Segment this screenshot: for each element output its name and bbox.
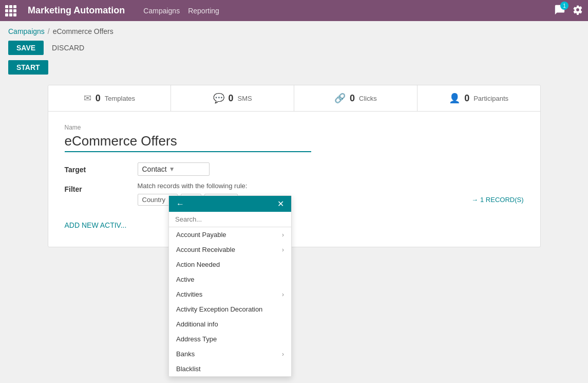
target-row: Target Contact ▼ <box>65 162 524 176</box>
dropdown-item[interactable]: Account Receivable› <box>169 242 291 253</box>
filter-field-text: Country <box>142 196 166 204</box>
participants-count: 0 <box>464 93 469 104</box>
dropdown-list: Account Payable›Account Receivable›Actio… <box>169 227 291 253</box>
dropdown-search-input[interactable] <box>169 212 291 227</box>
nav-reporting[interactable]: Reporting <box>188 7 219 15</box>
sms-count: 0 <box>229 93 234 104</box>
campaign-card: ✉ 0 Templates 💬 0 SMS 🔗 0 Clicks 👤 0 Par… <box>48 85 541 247</box>
add-activity-row: ADD NEW ACTIV... <box>65 216 524 234</box>
app-title: Marketing Automation <box>28 5 125 16</box>
chat-badge: 1 <box>560 2 568 10</box>
filter-record-link[interactable]: → 1 RECORD(S) <box>471 196 524 204</box>
save-button[interactable]: SAVE <box>8 41 44 55</box>
dropdown-submenu-arrow: › <box>282 246 284 253</box>
app-grid-icon[interactable] <box>5 5 16 16</box>
start-button[interactable]: START <box>8 60 48 75</box>
clicks-label: Clicks <box>359 95 377 102</box>
participants-icon: 👤 <box>449 93 460 104</box>
settings-icon <box>573 5 583 15</box>
filter-label: Filter <box>65 182 131 193</box>
target-label: Target <box>65 162 131 174</box>
clicks-icon: 🔗 <box>334 93 346 104</box>
dropdown-list-wrap: Account Payable›Account Receivable›Actio… <box>169 227 291 253</box>
dropdown-submenu-arrow: › <box>282 231 284 239</box>
nav-campaigns[interactable]: Campaigns <box>143 7 180 15</box>
page: Campaigns / eCommerce Offers SAVE DISCAR… <box>0 21 588 253</box>
stats-bar: ✉ 0 Templates 💬 0 SMS 🔗 0 Clicks 👤 0 Par… <box>48 85 540 112</box>
clicks-count: 0 <box>350 93 355 104</box>
templates-icon: ✉ <box>84 93 91 104</box>
sms-label: SMS <box>238 95 252 102</box>
dropdown-header: ← ✕ <box>169 196 291 212</box>
dropdown-close-button[interactable]: ✕ <box>275 199 286 209</box>
stats-tab-clicks[interactable]: 🔗 0 Clicks <box>294 85 418 111</box>
discard-button[interactable]: DISCARD <box>48 41 88 55</box>
filter-record-text: 1 RECORD(S) <box>480 196 524 204</box>
topnav-right: 1 <box>554 4 583 17</box>
stats-tab-participants[interactable]: 👤 0 Participants <box>418 85 540 111</box>
participants-label: Participants <box>473 95 508 102</box>
top-nav: Marketing Automation Campaigns Reporting… <box>0 0 588 21</box>
settings-button[interactable] <box>573 5 583 16</box>
dropdown-item[interactable]: Account Payable› <box>169 227 291 242</box>
name-field-label: Name <box>65 124 524 131</box>
target-dropdown-arrow: ▼ <box>169 166 175 173</box>
templates-label: Templates <box>105 95 135 102</box>
target-value: Contact ▼ <box>138 162 524 176</box>
stats-tab-templates[interactable]: ✉ 0 Templates <box>48 85 172 111</box>
filter-description: Match records with the following rule: <box>138 182 524 190</box>
campaign-name-value[interactable]: eCommerce Offers <box>65 133 311 152</box>
breadcrumb-current: eCommerce Offers <box>53 27 113 35</box>
chat-button[interactable]: 1 <box>554 4 565 17</box>
sms-icon: 💬 <box>213 93 224 104</box>
dropdown-item-label: Account Receivable <box>176 246 235 253</box>
action-bar: SAVE DISCARD <box>8 41 580 55</box>
filter-arrow-icon: → <box>471 196 478 204</box>
start-button-row: START <box>8 60 580 80</box>
breadcrumb: Campaigns / eCommerce Offers <box>8 27 580 35</box>
target-select[interactable]: Contact ▼ <box>138 162 210 176</box>
breadcrumb-campaigns[interactable]: Campaigns <box>8 27 45 35</box>
dropdown-back-button[interactable]: ← <box>174 199 186 209</box>
filter-row: Filter Match records with the following … <box>65 182 524 206</box>
add-activity-button[interactable]: ADD NEW ACTIV... <box>65 216 127 234</box>
target-select-text: Contact <box>142 165 167 173</box>
dropdown-item-label: Account Payable <box>176 231 226 239</box>
templates-count: 0 <box>96 93 101 104</box>
breadcrumb-separator: / <box>48 27 50 35</box>
stats-tab-sms[interactable]: 💬 0 SMS <box>171 85 294 111</box>
field-dropdown: ← ✕ Account Payable›Account Receivable›A… <box>168 195 292 253</box>
form-content: Name eCommerce Offers Target Contact ▼ F… <box>48 112 540 247</box>
